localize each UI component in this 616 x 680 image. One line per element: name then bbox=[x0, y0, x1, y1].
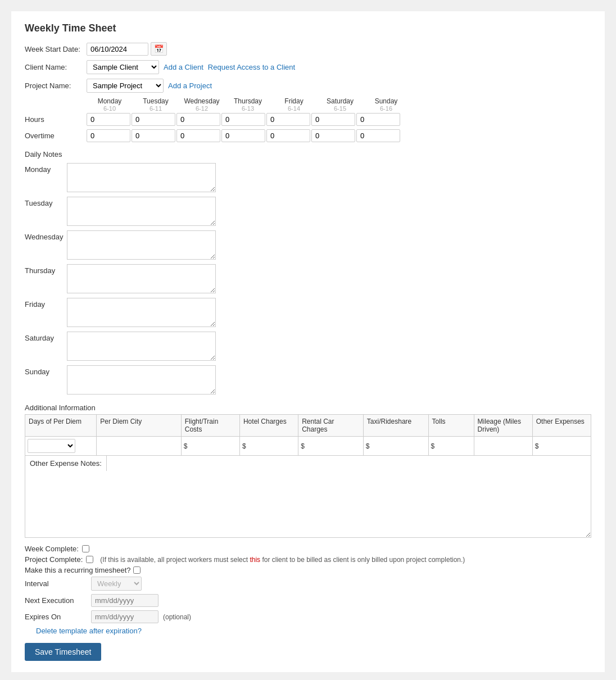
expense-cell-hotel-charges[interactable]: $ bbox=[239, 437, 298, 456]
overtime-input-wednesday[interactable] bbox=[176, 129, 220, 142]
expense-cell-per-diem[interactable]: 01234567 bbox=[25, 437, 97, 456]
daily-note-textarea-thursday[interactable] bbox=[67, 264, 216, 293]
expense-cell-tolls[interactable]: $ bbox=[428, 437, 474, 456]
week-start-date-input[interactable] bbox=[87, 43, 148, 56]
overtime-input-saturday[interactable] bbox=[311, 129, 355, 142]
daily-note-label-tuesday: Tuesday bbox=[25, 197, 67, 207]
day-column-sunday: Sunday6-16 bbox=[363, 97, 409, 112]
client-name-label: Client Name: bbox=[25, 63, 87, 71]
calendar-icon[interactable]: 📅 bbox=[151, 42, 167, 56]
daily-notes-title: Daily Notes bbox=[25, 150, 591, 158]
expense-cell-taxi-rideshare[interactable]: $ bbox=[363, 437, 428, 456]
daily-note-textarea-friday[interactable] bbox=[67, 298, 216, 327]
tolls-input[interactable] bbox=[436, 441, 471, 451]
per-diem-city-input[interactable] bbox=[99, 441, 178, 451]
daily-note-label-sunday: Sunday bbox=[25, 365, 67, 376]
expense-header-8: Other Expenses bbox=[532, 415, 591, 437]
daily-note-row-thursday: Thursday bbox=[25, 264, 591, 293]
expense-header-1: Per Diem City bbox=[97, 415, 181, 437]
next-execution-label: Next Execution bbox=[25, 596, 87, 605]
daily-note-row-saturday: Saturday bbox=[25, 332, 591, 361]
expires-on-input[interactable] bbox=[91, 610, 158, 623]
expires-on-label: Expires On bbox=[25, 613, 87, 621]
expense-cell-rental-car-charges[interactable]: $ bbox=[298, 437, 364, 456]
daily-note-row-tuesday: Tuesday bbox=[25, 197, 591, 226]
add-client-link[interactable]: Add a Client bbox=[164, 63, 203, 71]
additional-info-title: Additional Information bbox=[25, 404, 591, 412]
interval-select[interactable]: Weekly Bi-Weekly Monthly bbox=[91, 577, 142, 591]
day-column-thursday: Thursday6-13 bbox=[225, 97, 271, 112]
day-column-tuesday: Tuesday6-11 bbox=[133, 97, 179, 112]
expense-header-6: Tolls bbox=[428, 415, 474, 437]
week-complete-label: Week Complete: bbox=[25, 545, 79, 553]
flight-train-costs-input[interactable] bbox=[188, 441, 237, 451]
project-complete-note: (If this is available, all project worke… bbox=[100, 556, 465, 564]
week-complete-checkbox[interactable] bbox=[82, 545, 89, 552]
expense-header-4: Rental Car Charges bbox=[298, 415, 364, 437]
rental-car-charges-input[interactable] bbox=[306, 441, 361, 451]
other-expense-notes-label: Other Expense Notes: bbox=[25, 456, 107, 471]
overtime-input-thursday[interactable] bbox=[221, 129, 265, 142]
project-complete-checkbox[interactable] bbox=[86, 556, 93, 563]
daily-note-label-friday: Friday bbox=[25, 298, 67, 309]
add-project-link[interactable]: Add a Project bbox=[168, 81, 212, 90]
daily-note-label-thursday: Thursday bbox=[25, 264, 67, 275]
expense-header-3: Hotel Charges bbox=[239, 415, 298, 437]
daily-note-textarea-sunday[interactable] bbox=[67, 365, 216, 395]
project-name-select[interactable]: Sample Project bbox=[87, 79, 164, 93]
overtime-label: Overtime bbox=[25, 132, 87, 140]
hours-input-sunday[interactable] bbox=[356, 113, 400, 126]
save-timesheet-button[interactable]: Save Timesheet bbox=[25, 643, 101, 661]
recurring-label: Make this a recurring timesheet? bbox=[25, 566, 131, 574]
other-expense-notes-textarea[interactable] bbox=[107, 456, 591, 537]
daily-note-textarea-tuesday[interactable] bbox=[67, 197, 216, 226]
project-complete-label: Project Complete: bbox=[25, 555, 83, 564]
overtime-input-friday[interactable] bbox=[266, 129, 310, 142]
daily-note-row-monday: Monday bbox=[25, 163, 591, 192]
other-expenses-input[interactable] bbox=[540, 441, 588, 451]
request-access-link[interactable]: Request Access to a Client bbox=[208, 63, 295, 71]
next-execution-input[interactable] bbox=[91, 594, 158, 607]
daily-note-row-wednesday: Wednesday bbox=[25, 230, 591, 260]
hours-input-wednesday[interactable] bbox=[176, 113, 220, 126]
page-title: Weekly Time Sheet bbox=[25, 22, 591, 34]
this-link[interactable]: this bbox=[250, 556, 260, 564]
overtime-input-sunday[interactable] bbox=[356, 129, 400, 142]
hours-input-monday[interactable] bbox=[87, 113, 130, 126]
overtime-input-tuesday[interactable] bbox=[132, 129, 175, 142]
per-diem-select[interactable]: 01234567 bbox=[28, 439, 75, 453]
expense-cell-other-expenses[interactable]: $ bbox=[532, 437, 591, 456]
hours-input-saturday[interactable] bbox=[311, 113, 355, 126]
hours-input-tuesday[interactable] bbox=[132, 113, 175, 126]
daily-note-label-monday: Monday bbox=[25, 163, 67, 174]
expense-header-0: Days of Per Diem bbox=[25, 415, 97, 437]
hours-label: Hours bbox=[25, 115, 87, 124]
expense-cell-per-diem-city[interactable] bbox=[97, 437, 181, 456]
expense-cell-flight-train-costs[interactable]: $ bbox=[181, 437, 239, 456]
expenses-table: Days of Per DiemPer Diem CityFlight/Trai… bbox=[25, 414, 591, 456]
hours-input-thursday[interactable] bbox=[221, 113, 265, 126]
daily-note-label-wednesday: Wednesday bbox=[25, 230, 67, 241]
hotel-charges-input[interactable] bbox=[247, 441, 296, 451]
client-name-select[interactable]: Sample Client bbox=[87, 60, 159, 74]
daily-note-textarea-saturday[interactable] bbox=[67, 332, 216, 361]
day-column-wednesday: Wednesday6-12 bbox=[179, 97, 225, 112]
hours-input-friday[interactable] bbox=[266, 113, 310, 126]
optional-text: (optional) bbox=[163, 613, 191, 621]
project-name-label: Project Name: bbox=[25, 81, 87, 90]
delete-template-link[interactable]: Delete template after expiration? bbox=[36, 627, 142, 635]
daily-note-row-friday: Friday bbox=[25, 298, 591, 327]
overtime-input-monday[interactable] bbox=[87, 129, 130, 142]
daily-note-label-saturday: Saturday bbox=[25, 332, 67, 342]
day-column-monday: Monday6-10 bbox=[87, 97, 133, 112]
daily-note-textarea-wednesday[interactable] bbox=[67, 230, 216, 260]
daily-note-textarea-monday[interactable] bbox=[67, 163, 216, 192]
other-expense-notes-row: Other Expense Notes: bbox=[25, 456, 591, 538]
daily-note-row-sunday: Sunday bbox=[25, 365, 591, 395]
expense-header-2: Flight/Train Costs bbox=[181, 415, 239, 437]
expense-cell-mileage[interactable] bbox=[474, 437, 532, 456]
recurring-checkbox[interactable] bbox=[133, 566, 141, 574]
interval-label: Interval bbox=[25, 579, 87, 588]
taxi-rideshare-input[interactable] bbox=[371, 441, 426, 451]
mileage-input[interactable] bbox=[477, 441, 530, 451]
